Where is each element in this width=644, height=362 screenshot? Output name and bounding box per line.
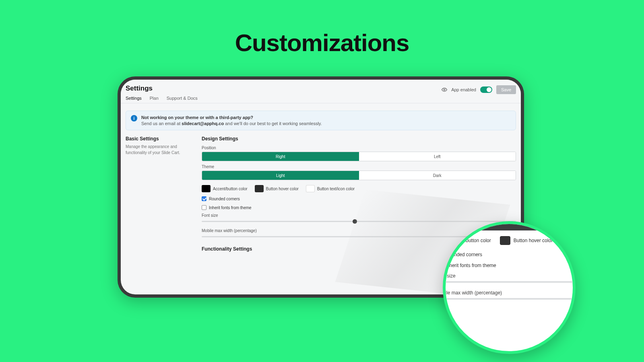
inherit-fonts-checkbox[interactable] xyxy=(202,205,206,210)
zoom-font-size-label: Font size xyxy=(443,273,576,279)
info-body: Send us an email at slidecart@apphq.co a… xyxy=(141,121,322,126)
inherit-fonts-label: Inherit fonts from theme xyxy=(209,206,252,210)
position-left[interactable]: Left xyxy=(359,152,516,161)
tab-settings[interactable]: Settings xyxy=(126,96,142,101)
theme-dark[interactable]: Dark xyxy=(359,171,516,180)
theme-light[interactable]: Light xyxy=(202,171,359,180)
info-banner: i Not working on your theme or with a th… xyxy=(126,111,516,130)
header-toolbar: App enabled Save xyxy=(442,85,516,94)
zoom-mobile-width-label: Mobile max width (percentage) xyxy=(443,290,576,296)
hover-color-swatch[interactable] xyxy=(255,185,264,192)
app-enabled-toggle[interactable] xyxy=(480,86,492,93)
zoom-hover-label: Button hover color xyxy=(514,238,553,243)
theme-label: Theme xyxy=(202,165,516,169)
text-color-label: Button text/icon color xyxy=(317,187,355,191)
zoom-hover-swatch[interactable] xyxy=(500,236,510,245)
tab-plan[interactable]: Plan xyxy=(150,96,159,101)
app-enabled-label: App enabled xyxy=(451,87,476,92)
text-color-swatch[interactable] xyxy=(306,185,315,192)
accent-color-label: Accent/button color xyxy=(213,187,248,191)
svg-point-0 xyxy=(444,89,445,90)
sidebar-description: Manage the appearance and functionality … xyxy=(126,144,192,156)
settings-sidebar: Basic Settings Manage the appearance and… xyxy=(126,136,192,256)
theme-segment: Light Dark xyxy=(202,171,516,180)
zoom-font-size-slider[interactable] xyxy=(443,281,576,283)
info-heading: Not working on your theme or with a thir… xyxy=(141,115,322,120)
font-size-label: Font size xyxy=(202,213,516,218)
zoom-magnifier: Light Accent/button color Button hover c… xyxy=(443,221,576,354)
position-right[interactable]: Right xyxy=(202,152,359,161)
sidebar-title: Basic Settings xyxy=(126,136,192,142)
zoom-mobile-width-slider[interactable] xyxy=(443,298,576,300)
hover-color-label: Button hover color xyxy=(266,187,299,191)
rounded-corners-checkbox[interactable] xyxy=(202,196,206,201)
position-segment: Right Left xyxy=(202,152,516,161)
visibility-icon xyxy=(442,87,447,93)
accent-color-swatch[interactable] xyxy=(202,185,211,192)
hero-title: Customizations xyxy=(0,0,644,57)
info-icon: i xyxy=(131,115,137,121)
font-size-thumb[interactable] xyxy=(353,219,357,224)
design-settings-title: Design Settings xyxy=(202,136,516,142)
position-label: Position xyxy=(202,146,516,150)
app-header: Settings Settings Plan Support & Docs Ap… xyxy=(121,80,521,103)
rounded-corners-label: Rounded corners xyxy=(209,197,240,201)
tab-support[interactable]: Support & Docs xyxy=(167,96,198,101)
zoom-inherit-label: Inherit fonts from theme xyxy=(445,263,496,268)
save-button[interactable]: Save xyxy=(496,85,516,94)
content-area: Basic Settings Manage the appearance and… xyxy=(121,130,521,256)
mobile-width-label: Mobile max width (percentage) xyxy=(202,228,516,233)
font-size-slider[interactable] xyxy=(202,221,516,222)
color-pickers: Accent/button color Button hover color B… xyxy=(202,185,516,192)
